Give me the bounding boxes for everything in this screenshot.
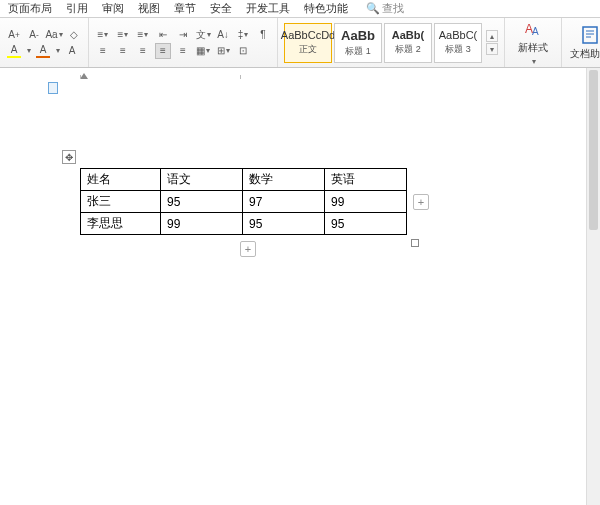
tab-layout[interactable]: 页面布局 xyxy=(8,1,52,16)
font-group: A+ A- Aa▾ ◇ A ▾ A ▾ A xyxy=(0,18,89,67)
numbering-button[interactable]: ≡▾ xyxy=(115,27,131,43)
table[interactable]: ✥ 姓名 语文 数学 英语 张三 95 97 99 李思思 99 95 95 +… xyxy=(80,168,407,235)
align-center-button[interactable]: ≡ xyxy=(115,43,131,59)
show-marks-button[interactable]: ¶ xyxy=(255,27,271,43)
tab-references[interactable]: 引用 xyxy=(66,1,88,16)
increase-indent-button[interactable]: ⇥ xyxy=(175,27,191,43)
ribbon-tabs: 页面布局 引用 审阅 视图 章节 安全 开发工具 特色功能 🔍 查找 xyxy=(0,0,600,18)
scrollbar-thumb[interactable] xyxy=(589,70,598,230)
styles-group: AaBbCcDd正文 AaBb标题 1 AaBb(标题 2 AaBbC(标题 3… xyxy=(278,18,505,67)
borders-button[interactable]: ⊞▾ xyxy=(215,43,231,59)
chevron-down-icon[interactable]: ▾ xyxy=(486,43,498,55)
table-row[interactable]: 李思思 99 95 95 xyxy=(81,213,407,235)
font-color-dropdown-icon[interactable]: ▾ xyxy=(56,46,60,55)
svg-text:A: A xyxy=(532,26,539,37)
header-cell[interactable]: 语文 xyxy=(161,169,243,191)
align-distribute-button[interactable]: ≡ xyxy=(175,43,191,59)
table-add-row-button[interactable]: + xyxy=(240,241,256,257)
style-normal[interactable]: AaBbCcDd正文 xyxy=(284,23,332,63)
style-heading3[interactable]: AaBbC(标题 3 xyxy=(434,23,482,63)
change-case-button[interactable]: Aa▾ xyxy=(46,27,62,43)
header-cell[interactable]: 英语 xyxy=(325,169,407,191)
highlight-button[interactable]: A xyxy=(6,43,22,59)
tab-view[interactable]: 视图 xyxy=(138,1,160,16)
table-resize-handle[interactable] xyxy=(411,239,419,247)
table-cell[interactable]: 95 xyxy=(325,213,407,235)
search-label: 查找 xyxy=(382,1,404,16)
text-direction-button[interactable]: 文▾ xyxy=(195,27,211,43)
doc-helper-button[interactable]: 文档助手 xyxy=(568,25,600,61)
phonetic-button[interactable]: A xyxy=(64,43,80,59)
table-cell[interactable]: 99 xyxy=(161,213,243,235)
table-header-row[interactable]: 姓名 语文 数学 英语 xyxy=(81,169,407,191)
table-cell[interactable]: 99 xyxy=(325,191,407,213)
chevron-up-icon[interactable]: ▴ xyxy=(486,30,498,42)
data-table[interactable]: 姓名 语文 数学 英语 张三 95 97 99 李思思 99 95 95 xyxy=(80,168,407,235)
table-move-handle[interactable]: ✥ xyxy=(62,150,76,164)
font-color-button[interactable]: A xyxy=(35,43,51,59)
search-icon: 🔍 xyxy=(366,2,380,15)
doc-helper-group: 文档助手 xyxy=(562,18,600,67)
ribbon-body: A+ A- Aa▾ ◇ A ▾ A ▾ A ≡▾ ≡▾ ≡▾ ⇤ ⇥ 文▾ A↓… xyxy=(0,18,600,68)
document-area[interactable]: ✥ 姓名 语文 数学 英语 张三 95 97 99 李思思 99 95 95 +… xyxy=(0,68,600,505)
tab-security[interactable]: 安全 xyxy=(210,1,232,16)
multilevel-button[interactable]: ≡▾ xyxy=(135,27,151,43)
tab-developer[interactable]: 开发工具 xyxy=(246,1,290,16)
paragraph-group: ≡▾ ≡▾ ≡▾ ⇤ ⇥ 文▾ A↓ ‡▾ ¶ ≡ ≡ ≡ ≡ ≡ ▦▾ ⊞▾ … xyxy=(89,18,278,67)
clear-format-button[interactable]: ◇ xyxy=(66,27,82,43)
style-heading1[interactable]: AaBb标题 1 xyxy=(334,23,382,63)
shading-button[interactable]: ▦▾ xyxy=(195,43,211,59)
vertical-scrollbar[interactable] xyxy=(586,68,600,505)
table-cell[interactable]: 张三 xyxy=(81,191,161,213)
table-cell[interactable]: 97 xyxy=(243,191,325,213)
new-style-icon: AA xyxy=(523,19,543,39)
indent-marker-icon[interactable] xyxy=(80,73,88,79)
table-add-column-button[interactable]: + xyxy=(413,194,429,210)
shrink-font-button[interactable]: A- xyxy=(26,27,42,43)
new-style-button[interactable]: AA 新样式▾ xyxy=(511,19,555,66)
align-left-button[interactable]: ≡ xyxy=(95,43,111,59)
doc-helper-icon xyxy=(580,25,600,45)
align-justify-button[interactable]: ≡ xyxy=(155,43,171,59)
tab-special[interactable]: 特色功能 xyxy=(304,1,348,16)
tab-chapter[interactable]: 章节 xyxy=(174,1,196,16)
highlight-dropdown-icon[interactable]: ▾ xyxy=(27,46,31,55)
line-spacing-button[interactable]: ‡▾ xyxy=(235,27,251,43)
new-style-group: AA 新样式▾ xyxy=(505,18,562,67)
ruler xyxy=(0,75,600,79)
svg-rect-2 xyxy=(583,27,597,43)
sort-button[interactable]: A↓ xyxy=(215,27,231,43)
tab-review[interactable]: 审阅 xyxy=(102,1,124,16)
table-row[interactable]: 张三 95 97 99 xyxy=(81,191,407,213)
decrease-indent-button[interactable]: ⇤ xyxy=(155,27,171,43)
bullets-button[interactable]: ≡▾ xyxy=(95,27,111,43)
table-cell[interactable]: 95 xyxy=(161,191,243,213)
header-cell[interactable]: 姓名 xyxy=(81,169,161,191)
search-box[interactable]: 🔍 查找 xyxy=(366,1,404,16)
table-cell[interactable]: 95 xyxy=(243,213,325,235)
table-cell[interactable]: 李思思 xyxy=(81,213,161,235)
align-right-button[interactable]: ≡ xyxy=(135,43,151,59)
style-heading2[interactable]: AaBb(标题 2 xyxy=(384,23,432,63)
header-cell[interactable]: 数学 xyxy=(243,169,325,191)
grow-font-button[interactable]: A+ xyxy=(6,27,22,43)
page-break-icon xyxy=(48,82,58,94)
style-gallery-scroll[interactable]: ▴ ▾ xyxy=(486,30,498,55)
paragraph-settings-button[interactable]: ⊡ xyxy=(235,43,251,59)
